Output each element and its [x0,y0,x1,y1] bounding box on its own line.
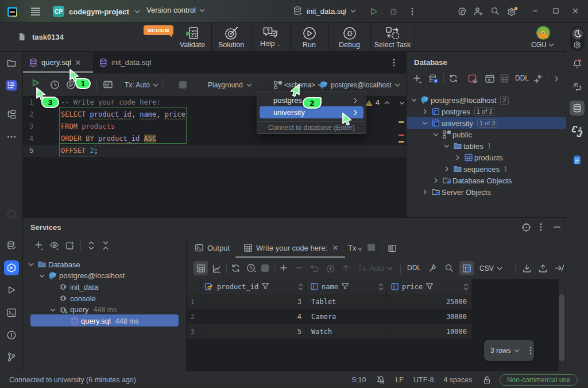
select-task-button[interactable]: Select Task [370,23,415,51]
terminal-tool-icon[interactable] [6,308,17,318]
window-close-icon[interactable] [571,7,579,15]
refresh-icon[interactable] [448,74,458,83]
schedule-icon[interactable] [246,263,257,273]
database-tool-icon[interactable] [6,240,17,251]
datasource-properties-icon[interactable] [428,74,439,84]
revert-icon[interactable] [310,263,320,273]
rollback-icon[interactable] [326,263,335,273]
find-icon[interactable] [444,263,454,272]
pin-tab-icon[interactable] [428,263,437,272]
chevron-right-icon[interactable] [442,166,451,172]
open-each-in-new-tab-icon[interactable] [62,240,78,251]
add-row-icon[interactable] [279,263,288,272]
table-row[interactable]: 3 5 Watch 10000 [187,324,472,339]
reload-icon[interactable] [231,263,241,273]
db-tree-item-database-objects[interactable]: Database Objects [431,175,512,186]
cell-name[interactable]: Camera [306,309,386,324]
stripe-warning-mark[interactable] [399,141,404,143]
cell-product-id[interactable]: 3 [200,294,306,309]
search-everywhere-icon[interactable] [490,6,500,16]
sort-icon[interactable] [298,283,303,291]
disconnect-icon[interactable] [467,74,478,84]
plugin-tool-icon[interactable] [572,126,583,137]
run-icon[interactable] [369,7,378,16]
next-warning-icon[interactable] [399,99,405,106]
close-tab-icon[interactable] [332,244,339,251]
db-tree-item-university[interactable]: university 1 of 3 [420,117,497,129]
service-item-database[interactable]: Database [26,259,80,270]
filter-icon[interactable] [341,283,349,290]
cell-price[interactable]: 10000 [386,324,471,339]
more-actions-icon[interactable] [409,7,416,16]
solution-button[interactable]: Solution [211,23,251,51]
chevron-right-icon[interactable] [420,189,430,195]
cell-name[interactable]: Watch [306,324,386,339]
tab-init-data-sql[interactable]: init_data.sql [93,52,161,73]
execute-icon[interactable] [31,78,40,87]
task-description-tool-icon[interactable] [572,155,582,165]
expand-all-icon[interactable] [84,240,98,251]
submit-icon[interactable] [341,263,351,273]
debug-button[interactable]: Debug [328,23,370,51]
sort-icon[interactable] [378,283,384,291]
task-widget[interactable]: task0134 [17,32,64,41]
help-button[interactable]: Help ⌄ [251,23,290,51]
cell-name[interactable]: Tablet [306,294,386,309]
tab-options-icon[interactable] [390,58,397,67]
stripe-error-mark[interactable] [399,135,404,136]
open-table-icon[interactable] [500,74,509,83]
split-icon[interactable] [388,244,397,253]
chevron-right-icon[interactable] [453,154,462,161]
webstorm-logo-icon[interactable]: WS [7,7,17,17]
table-row[interactable]: 2 4 Camera 30000 [187,309,472,324]
chevron-down-icon[interactable] [409,97,419,103]
partial-tool-icon[interactable] [6,209,17,220]
column-header-price[interactable]: price [386,279,471,294]
validate-button[interactable]: Validate [173,23,211,51]
view-options-button[interactable] [459,261,474,275]
services-tool-button[interactable] [4,260,19,275]
vcs-widget[interactable]: Version control [146,6,206,14]
main-menu-icon[interactable] [30,7,41,16]
table-view-button[interactable] [194,261,208,275]
hide-panel-icon[interactable] [552,222,562,232]
service-item-init-data[interactable]: init_data [48,281,98,293]
structure-tool-icon[interactable] [6,109,17,120]
chevron-right-icon[interactable] [431,177,440,184]
column-header-product_id[interactable]: product_id [200,279,306,294]
chevron-down-icon[interactable] [442,143,451,149]
theme-settings-button[interactable] [572,39,583,50]
settings-icon[interactable] [507,6,519,17]
jump-to-source-icon[interactable] [533,74,543,83]
cell-product-id[interactable]: 4 [200,309,306,324]
db-tree-item-server-objects[interactable]: Server Objects [420,186,491,198]
history-icon[interactable] [50,80,60,90]
notifications-muted-icon[interactable] [371,375,390,385]
run-config-widget[interactable]: init_data.sql [293,6,357,16]
code-with-me-icon[interactable] [473,6,483,17]
problems-tool-icon[interactable] [6,330,17,340]
inspections-widget[interactable]: 4 [365,97,405,109]
chevron-down-icon[interactable] [37,272,47,279]
table-row[interactable]: 1 3 Tablet 25000 [187,294,472,309]
chevron-down-icon[interactable] [26,261,36,268]
ddl-button[interactable]: DDL [407,264,421,272]
ai-assistant-icon[interactable] [457,6,467,17]
run-button[interactable]: Run [290,23,328,51]
filter-icon[interactable] [261,283,269,290]
add-service-icon[interactable] [31,240,47,251]
dark-theme-button[interactable] [572,28,583,40]
service-item-console[interactable]: console [48,293,96,304]
in-editor-results-icon[interactable] [103,80,113,89]
db-tree-item-postgres-localhost[interactable]: postgres@localhost 2 [409,94,509,106]
db-tree-item-products[interactable]: products [453,152,503,163]
db-tree-item-public[interactable]: public [431,129,472,140]
edit-source-icon[interactable] [554,263,565,273]
chevron-down-icon[interactable] [420,120,430,126]
navigate-icon[interactable] [521,222,531,232]
service-item-query[interactable]: query 448 ms [48,304,117,316]
tab-query-sql[interactable]: query.sql [23,52,93,73]
close-tab-icon[interactable] [75,59,82,66]
service-item-query-sql[interactable]: query.sql 448 ms [59,316,139,327]
user-avatar[interactable] [536,26,550,40]
